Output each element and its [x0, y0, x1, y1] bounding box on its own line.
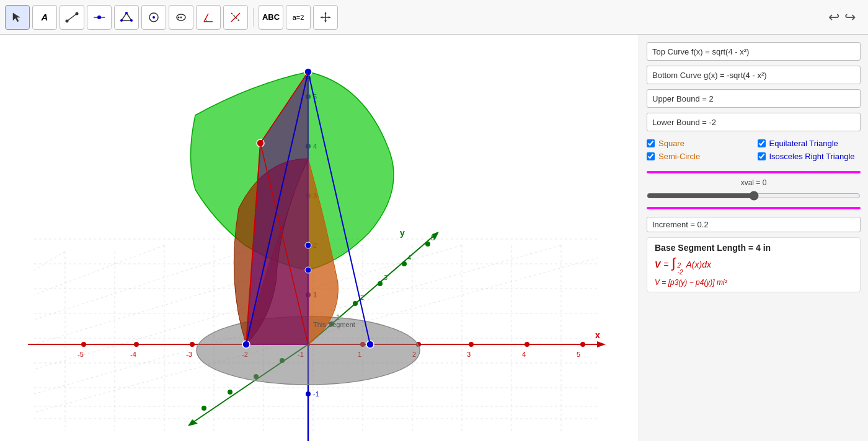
formula1-line: V = ∫ 2 -2 A(x)dx — [655, 256, 852, 276]
svg-marker-23 — [321, 16, 322, 19]
formula2-line: V = [p3(y) − p4(y)] mi² — [655, 278, 852, 287]
canvas-area[interactable]: y x -5 -4 -3 -2 -1 1 2 3 4 5 5 4 3 2 — [0, 35, 639, 441]
svg-point-55 — [190, 342, 195, 347]
slider-label: xval = 0 — [647, 178, 861, 187]
y-tick-2: 2 — [360, 294, 364, 301]
svg-marker-22 — [324, 20, 327, 22]
svg-point-61 — [525, 342, 529, 347]
toolbar-separator — [253, 8, 254, 27]
line-tool[interactable] — [60, 5, 84, 30]
svg-point-62 — [580, 342, 585, 347]
y-tick-5: 5 — [431, 234, 435, 242]
angle-tool[interactable] — [196, 5, 221, 30]
svg-point-79 — [202, 406, 206, 411]
isosceles-label: Isosceles Right Triangle — [769, 152, 855, 161]
formula1-v: V — [655, 260, 660, 269]
svg-point-14 — [178, 16, 180, 18]
svg-point-67 — [425, 242, 430, 247]
square-checkbox[interactable] — [647, 139, 655, 147]
checkboxes-grid: Square Equilateral Triangle Semi-Circle … — [647, 139, 861, 161]
svg-line-2 — [67, 14, 77, 21]
square-label: Square — [658, 139, 684, 148]
equilateral-checkbox[interactable] — [758, 139, 766, 147]
magenta-line-top — [647, 171, 861, 173]
formula1-bounds: 2 -2 — [678, 262, 683, 276]
formula1-integral: ∫ — [672, 256, 676, 270]
svg-point-9 — [120, 19, 123, 22]
x-tick-n5: -5 — [78, 351, 84, 358]
x-tick-n4: -4 — [130, 351, 136, 358]
slider-track — [647, 190, 861, 202]
formula1-eq: = — [663, 260, 668, 269]
top-curve-input[interactable]: Top Curve f(x) = sqrt(4 - x²) — [647, 42, 861, 61]
semicircle-label: Semi-Circle — [658, 152, 700, 161]
text-tool[interactable]: ABC — [259, 5, 283, 30]
slider-tool[interactable]: a=2 — [286, 5, 311, 30]
segment-label: This Segment — [313, 321, 355, 328]
semicircle-checkbox[interactable] — [647, 152, 655, 160]
magenta-line-bottom — [647, 207, 861, 209]
formula1-body: A(x)dx — [686, 260, 711, 269]
main-area: y x -5 -4 -3 -2 -1 1 2 3 4 5 5 4 3 2 — [0, 35, 868, 441]
svg-point-5 — [97, 15, 101, 19]
x-tick-4: 4 — [522, 351, 526, 358]
base-segment-title: Base Segment Length = 4 in — [655, 243, 852, 253]
lower-bound-text: Lower Bound = -2 — [652, 118, 716, 127]
formula2-text: V = [p3(y) − p4(y)] mi² — [655, 278, 727, 287]
bottom-curve-input[interactable]: Bottom Curve g(x) = -sqrt(4 - x²) — [647, 66, 861, 84]
square-checkbox-row: Square — [647, 139, 750, 148]
svg-point-78 — [228, 390, 232, 395]
bottom-curve-text: Bottom Curve g(x) = -sqrt(4 - x²) — [652, 71, 767, 80]
svg-point-13 — [180, 16, 182, 18]
increment-row[interactable]: Increment = 0.2 — [647, 217, 861, 232]
svg-marker-21 — [324, 12, 327, 14]
isosceles-checkbox-row: Isosceles Right Triangle — [758, 152, 861, 161]
lower-bound-input[interactable]: Lower Bound = -2 — [647, 113, 861, 131]
z-tick-n1: -1 — [313, 390, 319, 398]
svg-point-11 — [153, 16, 155, 19]
slider-tool-icon: a=2 — [293, 14, 304, 21]
xval-slider[interactable] — [647, 191, 861, 201]
svg-point-8 — [130, 19, 133, 22]
x-tick-n3: -3 — [186, 351, 192, 358]
svg-point-60 — [469, 342, 474, 347]
x-tick-5: 5 — [577, 351, 580, 358]
svg-point-3 — [76, 12, 79, 15]
slider-section: xval = 0 — [647, 168, 861, 212]
formula-section: Base Segment Length = 4 in V = ∫ 2 -2 A(… — [647, 237, 861, 292]
circle-tool[interactable] — [141, 5, 166, 30]
toolbar: A ABC a=2 ↩ ↪ — [0, 0, 868, 35]
top-curve-text: Top Curve f(x) = sqrt(4 - x²) — [652, 47, 749, 56]
isosceles-checkbox[interactable] — [758, 152, 766, 160]
svg-point-7 — [125, 12, 128, 14]
equilateral-label: Equilateral Triangle — [769, 139, 838, 148]
polygon-tool[interactable] — [114, 5, 139, 30]
svg-point-53 — [81, 342, 86, 347]
svg-point-54 — [134, 342, 139, 347]
redo-button[interactable]: ↪ — [844, 9, 856, 25]
y-axis-label: y — [400, 228, 405, 238]
move-graphics-tool[interactable] — [313, 5, 338, 30]
equilateral-checkbox-row: Equilateral Triangle — [758, 139, 861, 148]
x-tick-3: 3 — [467, 351, 471, 358]
undo-button[interactable]: ↩ — [828, 9, 839, 25]
svg-marker-24 — [329, 16, 330, 19]
control-point-lower[interactable] — [305, 267, 311, 273]
y-tick-4: 4 — [407, 254, 411, 261]
upper-bound-input[interactable]: Upper Bound = 2 — [647, 89, 861, 108]
point-on-object-tool[interactable] — [87, 5, 112, 30]
canvas-svg: y x -5 -4 -3 -2 -1 1 2 3 4 5 5 4 3 2 — [0, 35, 639, 441]
select-tool[interactable] — [5, 5, 30, 30]
control-point-mid[interactable] — [305, 242, 311, 248]
undo-redo-group: ↩ ↪ — [828, 9, 856, 25]
svg-point-66 — [402, 261, 407, 266]
conic-tool[interactable] — [169, 5, 193, 30]
svg-point-73 — [306, 391, 311, 396]
perpendicular-tool[interactable] — [223, 5, 248, 30]
right-panel: Top Curve f(x) = sqrt(4 - x²) Bottom Cur… — [639, 35, 868, 441]
semicircle-checkbox-row: Semi-Circle — [647, 152, 750, 161]
svg-point-65 — [378, 281, 383, 286]
point-tool[interactable]: A — [32, 5, 57, 30]
upper-bound-text: Upper Bound = 2 — [652, 94, 714, 103]
svg-marker-0 — [13, 13, 20, 22]
